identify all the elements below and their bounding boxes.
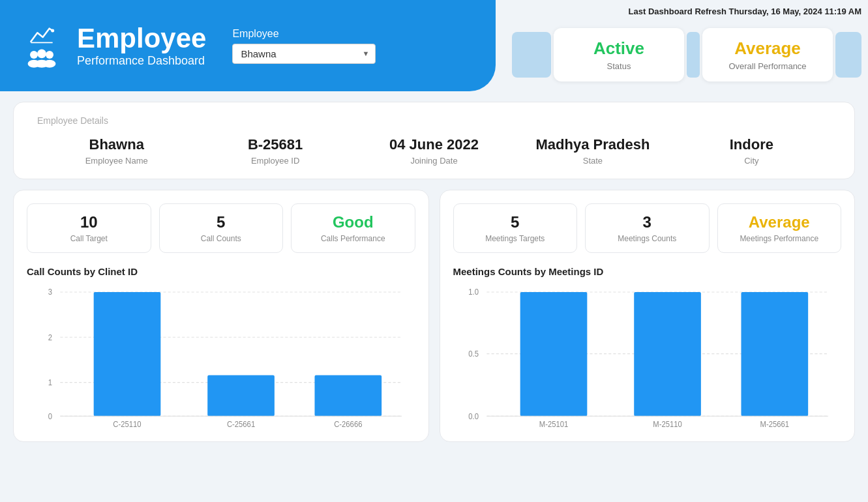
call-target-label: Call Target bbox=[34, 234, 144, 243]
svg-point-0 bbox=[51, 29, 54, 33]
employee-id-field: B-25681 Employee ID bbox=[196, 136, 354, 166]
spacer-left bbox=[512, 32, 551, 78]
employee-dropdown[interactable]: Bhawna bbox=[232, 44, 376, 64]
meetings-performance-box: Average Meetings Performance bbox=[717, 203, 842, 253]
top-header: Employee Performance Dashboard Employee … bbox=[0, 0, 868, 91]
svg-text:M-25661: M-25661 bbox=[760, 419, 789, 428]
dropdown-wrapper[interactable]: Bhawna bbox=[232, 44, 376, 64]
active-status-label: Status bbox=[573, 61, 665, 71]
metrics-row: 10 Call Target 5 Call Counts Good Calls … bbox=[13, 190, 855, 442]
calls-performance-label: Calls Performance bbox=[298, 234, 408, 243]
call-counts-box: 5 Call Counts bbox=[159, 203, 284, 253]
svg-point-4 bbox=[46, 51, 53, 59]
spacer-mid bbox=[687, 32, 700, 78]
meetings-counts-box: 3 Meetings Counts bbox=[585, 203, 710, 253]
header-title: Employee bbox=[77, 23, 206, 53]
average-performance-value: Average bbox=[722, 38, 813, 59]
meetings-panel: 5 Meetings Targets 3 Meetings Counts Ave… bbox=[440, 190, 856, 442]
header-right: Last Dashboard Refresh Thursday, 16 May,… bbox=[496, 0, 868, 91]
meetings-counts-label: Meetings Counts bbox=[592, 234, 702, 243]
meetings-performance-value: Average bbox=[725, 213, 835, 231]
refresh-time: 11:19 AM bbox=[824, 7, 861, 16]
employee-name-value: Bhawna bbox=[37, 136, 196, 153]
meetings-chart-area: 1.0 0.5 0.0 M-25101 M-25110 M-25661 bbox=[453, 285, 842, 428]
average-performance-card: Average Overall Performance bbox=[702, 28, 833, 81]
svg-point-3 bbox=[37, 49, 46, 58]
svg-text:1: 1 bbox=[48, 378, 52, 387]
calls-performance-box: Good Calls Performance bbox=[291, 203, 415, 253]
calls-chart-title: Call Counts by Clinet ID bbox=[27, 266, 415, 277]
call-counts-label: Call Counts bbox=[166, 234, 277, 243]
employee-details-card: Employee Details Bhawna Employee Name B-… bbox=[13, 102, 855, 179]
svg-text:C-26666: C-26666 bbox=[334, 419, 362, 428]
calls-panel: 10 Call Target 5 Call Counts Good Calls … bbox=[13, 190, 429, 442]
active-status-value: Active bbox=[573, 38, 665, 59]
meetings-chart-title: Meetings Counts by Meetings ID bbox=[453, 266, 842, 277]
meetings-counts-value: 3 bbox=[592, 213, 702, 231]
svg-text:0.5: 0.5 bbox=[468, 349, 479, 358]
svg-text:M-25101: M-25101 bbox=[539, 419, 568, 428]
meetings-chart-svg: 1.0 0.5 0.0 M-25101 M-25110 M-25661 bbox=[453, 285, 842, 428]
header-icons bbox=[26, 22, 57, 69]
svg-rect-29 bbox=[520, 292, 587, 416]
svg-text:2: 2 bbox=[48, 332, 52, 341]
svg-text:0: 0 bbox=[48, 411, 53, 420]
employee-fields: Bhawna Employee Name B-25681 Employee ID… bbox=[37, 136, 831, 166]
active-status-card: Active Status bbox=[554, 28, 684, 81]
svg-rect-31 bbox=[741, 292, 808, 416]
calls-chart-area: 3 2 1 0 C-25110 C-25661 C-2666 bbox=[27, 285, 415, 428]
meetings-target-label: Meetings Targets bbox=[460, 234, 571, 243]
average-performance-label: Overall Performance bbox=[722, 61, 813, 71]
joining-date-value: 04 June 2022 bbox=[355, 136, 513, 153]
svg-text:C-25110: C-25110 bbox=[113, 419, 142, 428]
header-blue-section: Employee Performance Dashboard Employee … bbox=[0, 0, 496, 91]
state-value: Madhya Pradesh bbox=[513, 136, 672, 153]
meetings-performance-label: Meetings Performance bbox=[725, 234, 835, 243]
city-value: Indore bbox=[672, 136, 831, 153]
city-label: City bbox=[672, 156, 831, 166]
svg-text:3: 3 bbox=[48, 288, 52, 296]
svg-rect-18 bbox=[314, 376, 382, 417]
svg-text:0.0: 0.0 bbox=[468, 411, 479, 420]
employee-id-value: B-25681 bbox=[196, 136, 354, 153]
svg-rect-30 bbox=[634, 292, 701, 416]
state-label: State bbox=[513, 156, 672, 166]
svg-rect-17 bbox=[207, 376, 275, 417]
call-target-box: 10 Call Target bbox=[27, 203, 151, 253]
people-icon bbox=[26, 48, 57, 69]
svg-text:M-25110: M-25110 bbox=[653, 419, 682, 428]
svg-text:C-25661: C-25661 bbox=[227, 419, 255, 428]
svg-rect-16 bbox=[94, 292, 161, 416]
chart-icon bbox=[29, 22, 55, 46]
employee-name-field: Bhawna Employee Name bbox=[37, 136, 196, 166]
kpi-cards-header: Active Status Average Overall Performanc… bbox=[512, 28, 861, 81]
meetings-target-box: 5 Meetings Targets bbox=[453, 203, 578, 253]
employee-details-label: Employee Details bbox=[37, 115, 831, 126]
employee-name-label: Employee Name bbox=[37, 156, 196, 166]
refresh-text: Last Dashboard Refresh Thursday, 16 May,… bbox=[629, 7, 861, 16]
main-content: Employee Details Bhawna Employee Name B-… bbox=[0, 91, 868, 465]
meetings-kpi-row: 5 Meetings Targets 3 Meetings Counts Ave… bbox=[453, 203, 842, 253]
header-subtitle: Performance Dashboard bbox=[77, 54, 206, 68]
header-dropdown-block: Employee Bhawna bbox=[232, 28, 376, 64]
city-field: Indore City bbox=[672, 136, 831, 166]
meetings-target-value: 5 bbox=[460, 213, 571, 231]
svg-point-2 bbox=[30, 51, 38, 59]
employee-id-label: Employee ID bbox=[196, 156, 354, 166]
state-field: Madhya Pradesh State bbox=[513, 136, 672, 166]
refresh-prefix: Last Dashboard Refresh bbox=[629, 7, 726, 16]
call-target-value: 10 bbox=[34, 213, 144, 231]
refresh-datetime: Thursday, 16 May, 2024 bbox=[728, 7, 822, 16]
calls-performance-value: Good bbox=[298, 213, 408, 231]
header-title-block: Employee Performance Dashboard bbox=[77, 23, 206, 67]
spacer-right bbox=[835, 32, 861, 78]
dropdown-label: Employee bbox=[232, 28, 376, 40]
calls-chart-svg: 3 2 1 0 C-25110 C-25661 C-2666 bbox=[27, 285, 415, 428]
call-counts-value: 5 bbox=[166, 213, 277, 231]
svg-point-7 bbox=[44, 60, 56, 68]
joining-date-field: 04 June 2022 Joining Date bbox=[355, 136, 513, 166]
calls-kpi-row: 10 Call Target 5 Call Counts Good Calls … bbox=[27, 203, 415, 253]
joining-date-label: Joining Date bbox=[355, 156, 513, 166]
svg-text:1.0: 1.0 bbox=[468, 288, 479, 296]
